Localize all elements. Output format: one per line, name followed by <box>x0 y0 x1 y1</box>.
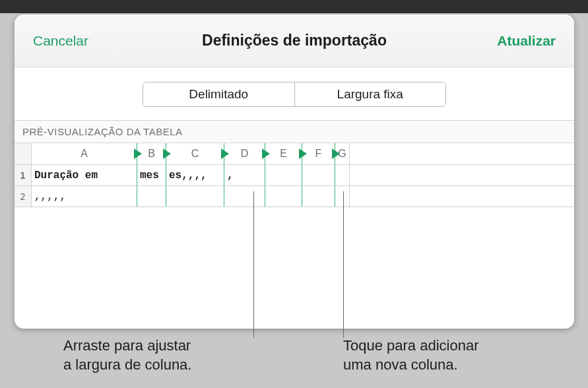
callout-tap-to-add: Toque para adicionar uma nova coluna. <box>343 337 478 374</box>
column-divider-handle-icon[interactable] <box>299 148 307 159</box>
table-cell <box>265 165 302 185</box>
column-header-a[interactable]: A <box>32 143 137 164</box>
table-cell: mes <box>137 165 166 185</box>
column-label: A <box>81 148 88 160</box>
import-settings-sheet: Cancelar Definições de importação Atuali… <box>15 15 574 329</box>
callout-leader-line <box>253 191 254 338</box>
sheet-header: Cancelar Definições de importação Atuali… <box>15 15 574 67</box>
table-cell: ,,,,, <box>32 186 137 207</box>
column-header-f[interactable]: F <box>302 143 335 164</box>
callout-drag-to-resize: Arraste para ajustar a largura de coluna… <box>63 337 191 374</box>
table-row: 2 ,,,,, <box>15 186 574 207</box>
row-number-column-header <box>15 143 32 164</box>
table-cell <box>302 165 335 185</box>
table-cell: , <box>224 165 265 185</box>
table-cell <box>224 186 265 207</box>
table-row: 1 Duração em mes es,,,, , <box>15 165 574 186</box>
table-preview: A B C D E F G <box>15 143 574 207</box>
column-label: B <box>148 148 155 160</box>
segmented-fixed-width[interactable]: Largura fixa <box>294 82 446 106</box>
row-number-cell: 2 <box>15 186 32 207</box>
row-number-cell: 1 <box>15 165 32 185</box>
column-label: F <box>315 148 322 160</box>
column-divider-handle-icon[interactable] <box>163 148 171 159</box>
column-label: C <box>191 148 199 160</box>
sheet-title: Definições de importação <box>202 32 387 49</box>
table-cell <box>335 186 350 207</box>
preview-section-label: PRÉ-VISUALIZAÇÃO DA TABELA <box>15 120 574 143</box>
table-cell <box>302 186 335 207</box>
column-divider-handle-icon[interactable] <box>134 148 142 159</box>
callout-text-line: a largura de coluna. <box>63 356 191 373</box>
table-cell <box>166 186 224 207</box>
column-divider-handle-icon[interactable] <box>262 148 270 159</box>
table-cell: Duração em <box>32 165 137 185</box>
callout-leader-line <box>343 191 344 338</box>
column-header-e[interactable]: E <box>265 143 302 164</box>
column-label: D <box>241 148 249 160</box>
segmented-delimited[interactable]: Delimitado <box>143 82 294 106</box>
column-label: E <box>280 148 287 160</box>
table-cell <box>137 186 166 207</box>
table-cell <box>335 165 350 185</box>
column-divider-handle-icon[interactable] <box>221 148 229 159</box>
column-header-row: A B C D E F G <box>15 143 574 165</box>
table-cell: es,,,, <box>166 165 224 185</box>
column-header-d[interactable]: D <box>224 143 265 164</box>
import-mode-segmented: Delimitado Largura fixa <box>143 82 446 107</box>
callout-text-line: Toque para adicionar <box>343 337 478 354</box>
column-divider-handle-icon[interactable] <box>332 148 340 159</box>
column-header-c[interactable]: C <box>166 143 224 164</box>
cancel-button[interactable]: Cancelar <box>25 28 96 54</box>
update-button[interactable]: Atualizar <box>489 28 564 54</box>
callout-text-line: uma nova coluna. <box>343 356 458 373</box>
callout-text-line: Arraste para ajustar <box>63 337 191 354</box>
table-cell <box>265 186 302 207</box>
